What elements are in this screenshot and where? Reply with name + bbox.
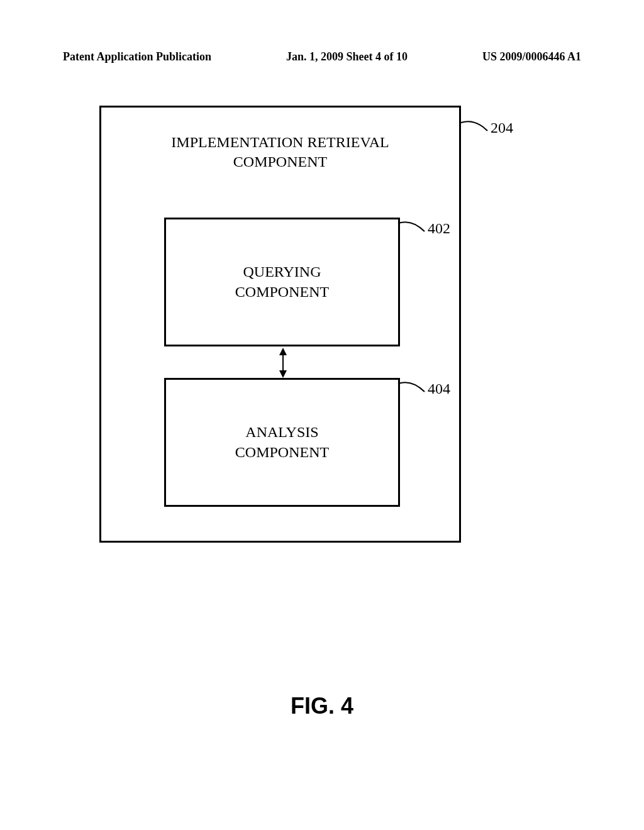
analysis-component-box: ANALYSIS COMPONENT	[164, 378, 400, 507]
querying-component-box: QUERYING COMPONENT	[164, 218, 400, 346]
page-header: Patent Application Publication Jan. 1, 2…	[0, 50, 644, 64]
querying-line1: QUERYING	[243, 263, 321, 280]
querying-box-label: QUERYING COMPONENT	[235, 262, 329, 301]
bidirectional-arrow-icon	[279, 348, 287, 378]
lead-line-402	[396, 219, 428, 244]
reference-numeral-402: 402	[428, 220, 450, 237]
arrow-shaft	[282, 354, 284, 372]
header-date-sheet: Jan. 1, 2009 Sheet 4 of 10	[286, 50, 408, 64]
arrow-down-head	[279, 370, 287, 378]
analysis-line2: COMPONENT	[235, 444, 329, 460]
outer-box-title: IMPLEMENTATION RETRIEVAL COMPONENT	[101, 133, 459, 172]
figure-caption: FIG. 4	[0, 693, 644, 719]
analysis-box-label: ANALYSIS COMPONENT	[235, 423, 329, 462]
analysis-line1: ANALYSIS	[245, 424, 318, 440]
outer-title-line2: COMPONENT	[233, 153, 327, 170]
lead-line-404	[396, 379, 428, 404]
querying-line2: COMPONENT	[235, 284, 329, 300]
header-publication-type: Patent Application Publication	[63, 50, 211, 64]
header-document-number: US 2009/0006446 A1	[482, 50, 581, 64]
reference-numeral-404: 404	[428, 380, 450, 397]
implementation-retrieval-component-box: IMPLEMENTATION RETRIEVAL COMPONENT QUERY…	[99, 106, 461, 543]
outer-title-line1: IMPLEMENTATION RETRIEVAL	[171, 134, 389, 150]
reference-numeral-204: 204	[491, 119, 513, 136]
lead-line-204	[459, 118, 491, 143]
block-diagram: IMPLEMENTATION RETRIEVAL COMPONENT QUERY…	[99, 106, 461, 543]
